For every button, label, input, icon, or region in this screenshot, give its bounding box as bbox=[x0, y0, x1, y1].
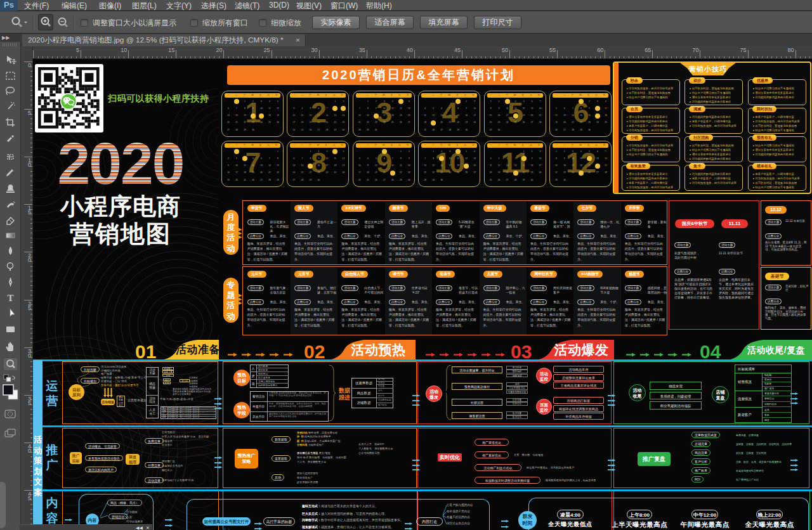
svg-text:T: T bbox=[7, 293, 13, 303]
